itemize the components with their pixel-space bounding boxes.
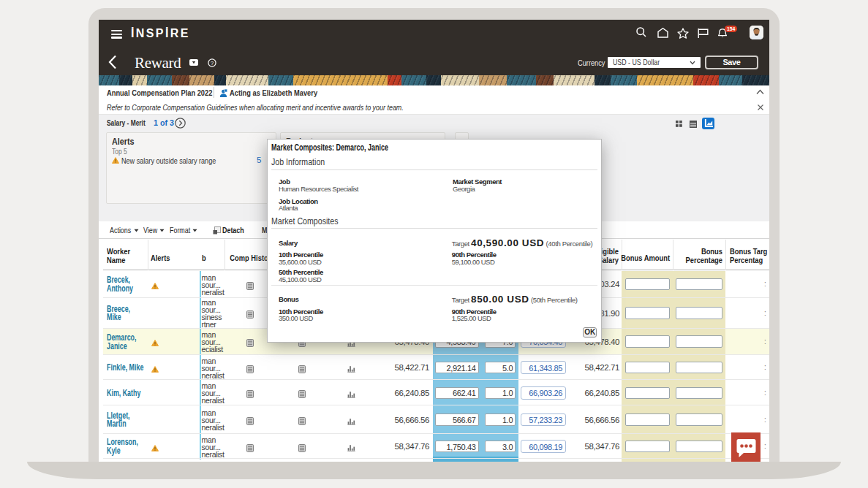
svg-text:?: ? [210,60,213,66]
